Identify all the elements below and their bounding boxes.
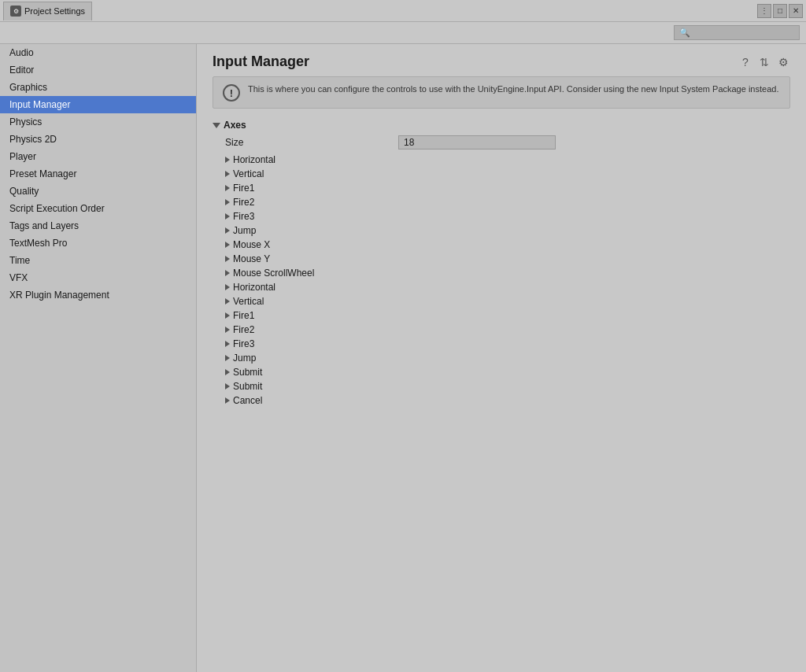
sidebar-item-script-execution-order[interactable]: Script Execution Order [0,200,196,217]
axis-label: Vertical [233,168,264,179]
axis-label: Mouse X [233,239,270,250]
axis-item[interactable]: Mouse ScrollWheel [213,266,790,280]
axis-expand-icon [225,383,230,390]
window-controls: ⋮ □ ✕ [757,4,803,18]
axis-expand-icon [225,270,230,276]
axis-expand-icon [225,397,230,404]
info-box: ! This is where you can configure the co… [213,76,790,109]
axis-expand-icon [225,171,230,177]
axis-expand-icon [225,369,230,375]
axes-label: Axes [224,120,246,131]
axis-item[interactable]: Horizontal [213,153,790,167]
axis-item[interactable]: Horizontal [213,280,790,294]
axes-collapse-icon [213,123,220,128]
settings-icon-btn[interactable]: ⚙ [776,55,790,69]
axis-item[interactable]: Fire1 [213,181,790,195]
axis-expand-icon [225,312,230,319]
window-maximize-btn[interactable]: □ [773,4,787,18]
axis-label: Fire1 [233,310,254,321]
content-header: Input Manager ? ⇅ ⚙ [197,44,806,76]
sidebar-item-textmesh-pro[interactable]: TextMesh Pro [0,234,196,252]
axis-item[interactable]: Vertical [213,167,790,181]
axes-list: HorizontalVerticalFire1Fire2Fire3JumpMou… [213,153,790,408]
content-area: Input Manager ? ⇅ ⚙ ! This is where you … [197,44,806,672]
search-icon: 🔍 [679,28,690,38]
sidebar-item-preset-manager[interactable]: Preset Manager [0,165,196,183]
window-close-btn[interactable]: ✕ [789,4,803,18]
info-text: This is where you can configure the cont… [248,83,778,95]
sidebar-item-input-manager[interactable]: Input Manager [0,96,196,113]
axis-label: Fire2 [233,197,254,208]
axis-label: Jump [233,353,256,364]
axis-item[interactable]: Submit [213,379,790,393]
axis-label: Horizontal [233,282,275,293]
axis-item[interactable]: Submit [213,365,790,379]
axis-item[interactable]: Fire2 [213,323,790,337]
axis-item[interactable]: Fire1 [213,308,790,323]
axis-label: Mouse Y [233,253,270,264]
sidebar-item-editor[interactable]: Editor [0,61,196,79]
axis-label: Fire3 [233,338,254,349]
axis-item[interactable]: Jump [213,351,790,365]
sidebar-item-quality[interactable]: Quality [0,183,196,200]
sidebar-item-physics[interactable]: Physics [0,113,196,131]
window-icon: ⚙ [10,6,21,17]
axis-item[interactable]: Mouse Y [213,252,790,266]
main-layout: AudioEditorGraphicsInput ManagerPhysicsP… [0,44,806,672]
axis-expand-icon [225,327,230,333]
window-title: Project Settings [24,6,85,16]
search-wrap[interactable]: 🔍 [674,25,800,40]
title-bar: ⚙ Project Settings ⋮ □ ✕ [0,0,806,22]
axis-item[interactable]: Fire3 [213,337,790,351]
axis-item[interactable]: Fire3 [213,209,790,223]
axis-label: Fire2 [233,324,254,335]
axis-label: Horizontal [233,154,275,165]
axis-item[interactable]: Cancel [213,393,790,408]
axis-expand-icon [225,355,230,361]
sidebar-item-player[interactable]: Player [0,148,196,165]
axis-expand-icon [225,227,230,234]
axes-section: Axes Size 18 HorizontalVerticalFire1Fire… [213,118,790,408]
axis-item[interactable]: Fire2 [213,195,790,209]
axis-label: Mouse ScrollWheel [233,268,314,279]
size-label: Size [225,137,398,148]
search-bar: 🔍 [0,22,806,44]
sidebar-item-time[interactable]: Time [0,252,196,269]
info-icon: ! [223,84,240,102]
axis-expand-icon [225,213,230,220]
sidebar-item-tags-and-layers[interactable]: Tags and Layers [0,217,196,234]
title-tab[interactable]: ⚙ Project Settings [3,2,92,20]
axis-expand-icon [225,284,230,290]
axis-label: Submit [233,367,262,378]
sidebar-item-audio[interactable]: Audio [0,44,196,61]
content-title: Input Manager [213,54,309,70]
sidebar-item-graphics[interactable]: Graphics [0,79,196,96]
size-row: Size 18 [213,134,790,151]
axis-item[interactable]: Mouse X [213,238,790,252]
axis-expand-icon [225,157,230,163]
sidebar-item-vfx[interactable]: VFX [0,269,196,286]
content-header-icons: ? ⇅ ⚙ [738,55,790,69]
axis-label: Fire3 [233,211,254,222]
axis-expand-icon [225,341,230,347]
axis-item[interactable]: Vertical [213,294,790,308]
sidebar-item-xr-plugin-management[interactable]: XR Plugin Management [0,286,196,304]
axis-expand-icon [225,242,230,248]
window-menu-btn[interactable]: ⋮ [757,4,771,18]
axis-label: Jump [233,225,256,236]
sidebar-item-physics-2d[interactable]: Physics 2D [0,131,196,148]
sidebar: AudioEditorGraphicsInput ManagerPhysicsP… [0,44,197,672]
axes-header[interactable]: Axes [213,118,790,132]
search-input[interactable] [693,28,794,38]
axis-label: Cancel [233,395,262,406]
axis-item[interactable]: Jump [213,223,790,238]
axis-label: Fire1 [233,183,254,194]
axis-expand-icon [225,256,230,262]
axis-label: Vertical [233,296,264,307]
axis-label: Submit [233,381,262,392]
layout-icon-btn[interactable]: ⇅ [757,55,771,69]
size-value[interactable]: 18 [398,135,556,150]
axis-expand-icon [225,298,230,305]
axis-expand-icon [225,199,230,205]
help-icon-btn[interactable]: ? [738,55,752,69]
